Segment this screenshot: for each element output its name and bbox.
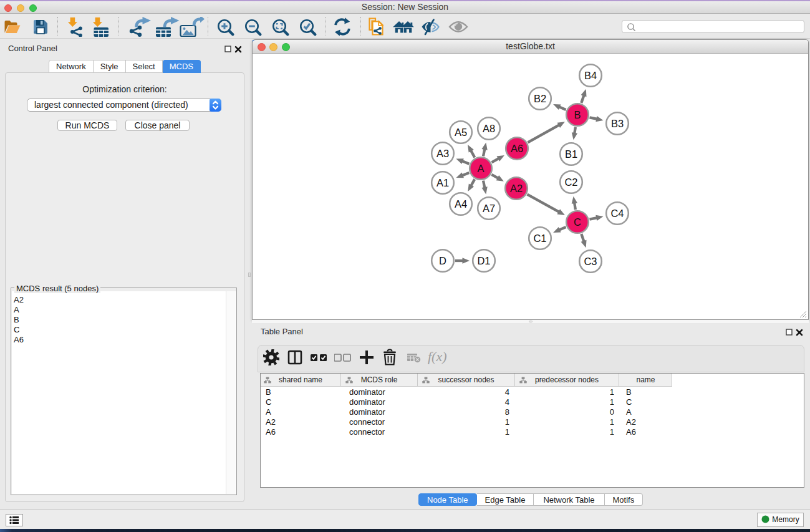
svg-text:A3: A3 <box>436 148 449 159</box>
svg-text:B: B <box>574 109 581 120</box>
svg-text:A5: A5 <box>455 127 467 138</box>
svg-text:D1: D1 <box>477 255 490 266</box>
svg-text:B3: B3 <box>611 118 624 129</box>
svg-text:A: A <box>477 163 484 174</box>
svg-text:C3: C3 <box>584 256 597 267</box>
svg-text:A2: A2 <box>510 183 523 194</box>
svg-text:B1: B1 <box>565 148 577 160</box>
svg-text:C: C <box>574 216 581 228</box>
svg-text:D: D <box>439 255 446 266</box>
svg-text:A4: A4 <box>455 198 467 210</box>
svg-text:B4: B4 <box>584 70 597 81</box>
svg-text:B2: B2 <box>534 93 546 104</box>
svg-text:A1: A1 <box>436 177 449 188</box>
svg-text:C2: C2 <box>564 177 577 188</box>
svg-text:C4: C4 <box>610 208 624 219</box>
svg-text:A8: A8 <box>483 123 495 134</box>
svg-text:A6: A6 <box>511 143 523 154</box>
svg-text:C1: C1 <box>533 233 546 244</box>
svg-text:A7: A7 <box>483 203 495 214</box>
